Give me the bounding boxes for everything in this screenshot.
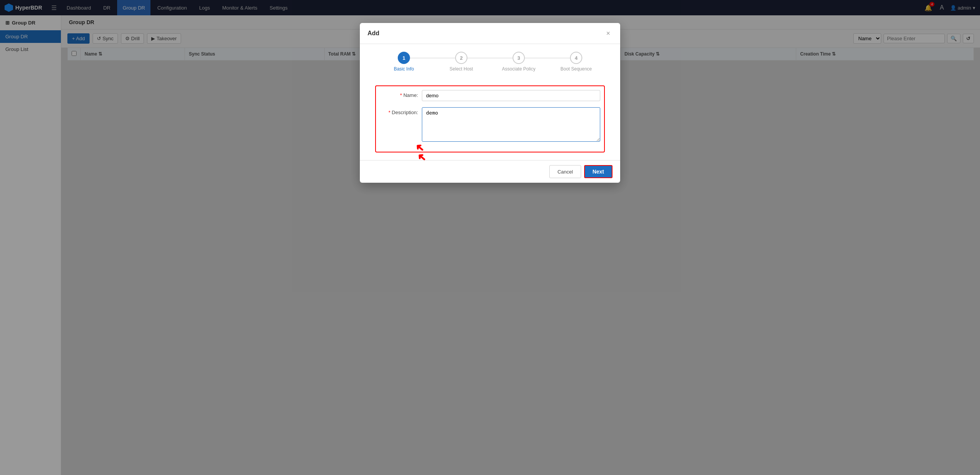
step-label-4: Boot Sequence [560, 66, 592, 72]
cancel-button[interactable]: Cancel [549, 165, 581, 178]
step-2: 2 Select Host [433, 52, 490, 72]
modal-overlay: Add × 1 Basic Info 2 Select Host 3 Assoc… [0, 0, 980, 475]
step-circle-3: 3 [513, 52, 525, 64]
form-red-outline: Name: Description: demo [375, 85, 605, 152]
description-textarea[interactable]: demo [422, 107, 600, 142]
step-3: 3 Associate Policy [490, 52, 547, 72]
modal-footer: Cancel Next [360, 160, 620, 183]
step-circle-4: 4 [570, 52, 582, 64]
next-button[interactable]: Next [584, 165, 612, 178]
step-1: 1 Basic Info [375, 52, 433, 72]
modal-title: Add [368, 30, 379, 37]
description-label: Description: [380, 107, 418, 115]
name-label: Name: [380, 90, 418, 98]
modal-close-button[interactable]: × [604, 29, 612, 38]
add-modal: Add × 1 Basic Info 2 Select Host 3 Assoc… [360, 23, 620, 183]
steps-container: 1 Basic Info 2 Select Host 3 Associate P… [360, 44, 620, 79]
step-label-3: Associate Policy [502, 66, 535, 72]
step-label-2: Select Host [449, 66, 473, 72]
step-circle-2: 2 [455, 52, 467, 64]
step-circle-1: 1 [398, 52, 410, 64]
modal-header: Add × [360, 23, 620, 44]
step-label-1: Basic Info [394, 66, 414, 72]
description-form-group: Description: demo [380, 107, 600, 142]
name-form-group: Name: [380, 90, 600, 101]
step-4: 4 Boot Sequence [547, 52, 605, 72]
modal-body: Name: Description: demo [360, 79, 620, 160]
name-input[interactable] [422, 90, 600, 101]
